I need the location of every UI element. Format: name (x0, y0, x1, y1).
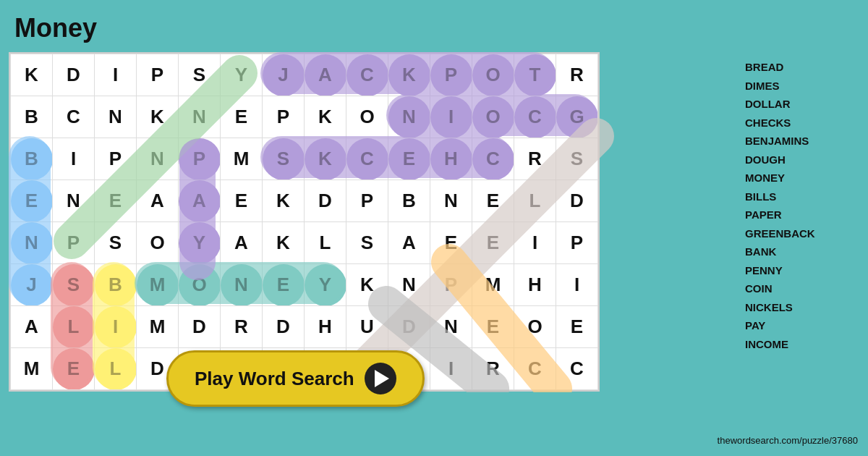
grid-cell: M (11, 348, 53, 390)
grid-cell: Y (305, 264, 346, 306)
grid-cell: O (137, 222, 179, 264)
grid-cell: H (514, 264, 556, 306)
grid-cell: K (11, 54, 53, 96)
grid-cell: L (305, 222, 346, 264)
grid-cell: M (137, 264, 179, 306)
grid-cell: R (514, 138, 556, 180)
word-item: CHECKS (745, 114, 861, 132)
grid-cell: N (388, 264, 430, 306)
word-item: DOLLAR (745, 95, 861, 114)
grid-cell: J (11, 264, 53, 306)
word-item: INCOME (745, 335, 861, 354)
word-item: BANK (745, 242, 861, 261)
grid-cell: U (346, 306, 388, 348)
grid-cell: L (95, 348, 137, 390)
page-title: Money (14, 13, 97, 43)
grid-cell: K (305, 96, 346, 138)
grid-cell: G (556, 96, 598, 138)
grid-cell: I (514, 222, 556, 264)
grid-cell: C (556, 348, 598, 390)
grid-cell: E (11, 180, 53, 222)
grid-cell: K (305, 138, 346, 180)
grid-cell: Y (179, 222, 221, 264)
grid-cell: B (11, 138, 53, 180)
grid-cell: M (221, 138, 263, 180)
grid-cell: N (430, 306, 472, 348)
grid-cell: N (53, 180, 95, 222)
word-item: BENJAMINS (745, 132, 861, 151)
grid-cell: I (53, 138, 95, 180)
word-item: NICKELS (745, 298, 861, 317)
grid-cell: E (53, 348, 95, 390)
grid-cell: O (472, 54, 514, 96)
grid-cell: I (95, 306, 137, 348)
grid-cell: P (556, 222, 598, 264)
grid-cell: A (137, 180, 179, 222)
grid-cell: D (179, 306, 221, 348)
grid-cell: M (472, 264, 514, 306)
grid-cell: A (388, 222, 430, 264)
grid-cell: O (346, 96, 388, 138)
play-word-search-button[interactable]: Play Word Search (166, 350, 425, 407)
grid-cell: R (556, 54, 598, 96)
grid-cell: H (430, 138, 472, 180)
word-item: BREAD (745, 58, 861, 77)
grid-cell: A (11, 306, 53, 348)
grid-cell: P (346, 180, 388, 222)
word-item: DOUGH (745, 151, 861, 169)
play-icon (365, 363, 396, 394)
grid-cell: B (95, 264, 137, 306)
grid-cell: B (388, 180, 430, 222)
grid-cell: S (556, 138, 598, 180)
grid-cell: C (346, 138, 388, 180)
play-button-label: Play Word Search (195, 368, 354, 390)
grid-cell: C (514, 96, 556, 138)
grid-cell: A (179, 180, 221, 222)
grid-cell: D (556, 180, 598, 222)
grid-cell: C (346, 54, 388, 96)
grid-cell: E (556, 306, 598, 348)
grid-cell: T (514, 54, 556, 96)
url-text: thewordsearch.com/puzzle/37680 (718, 435, 858, 446)
grid-cell: L (514, 180, 556, 222)
grid-cell: E (263, 264, 305, 306)
grid-cell: J (263, 54, 305, 96)
word-item: PENNY (745, 261, 861, 280)
grid-cell: O (514, 306, 556, 348)
grid-cell: P (179, 138, 221, 180)
grid-cell: E (95, 180, 137, 222)
grid-cell: R (221, 306, 263, 348)
grid-cell: I (430, 96, 472, 138)
grid-cell: N (430, 180, 472, 222)
word-item: PAY (745, 316, 861, 335)
grid-cell: P (53, 222, 95, 264)
word-item: GREENBACK (745, 224, 861, 243)
grid-cell: Y (221, 54, 263, 96)
grid-cell: C (472, 138, 514, 180)
grid-cell: N (388, 96, 430, 138)
word-item: MONEY (745, 169, 861, 187)
grid-cell: A (305, 54, 346, 96)
grid-cell: R (472, 348, 514, 390)
grid-cell: K (263, 180, 305, 222)
grid-cell: K (346, 264, 388, 306)
grid-table: KDIPSYJACKPOTRBCNKNEPKONIOCGBIPNPMSKCEHC… (10, 54, 598, 390)
grid-cell: O (179, 264, 221, 306)
grid-cell: S (346, 222, 388, 264)
play-triangle-icon (375, 370, 389, 387)
grid-cell: C (514, 348, 556, 390)
grid-cell: D (263, 306, 305, 348)
grid-cell: N (137, 138, 179, 180)
grid-cell: D (388, 306, 430, 348)
grid-cell: K (137, 96, 179, 138)
grid-cell: P (430, 54, 472, 96)
grid-cell: D (305, 180, 346, 222)
grid-cell: I (95, 54, 137, 96)
grid-cell: N (95, 96, 137, 138)
grid-cell: S (179, 54, 221, 96)
word-item: DIMES (745, 77, 861, 96)
grid-cell: S (53, 264, 95, 306)
grid-cell: N (221, 264, 263, 306)
grid-cell: S (263, 138, 305, 180)
word-search-grid: KDIPSYJACKPOTRBCNKNEPKONIOCGBIPNPMSKCEHC… (9, 52, 600, 392)
